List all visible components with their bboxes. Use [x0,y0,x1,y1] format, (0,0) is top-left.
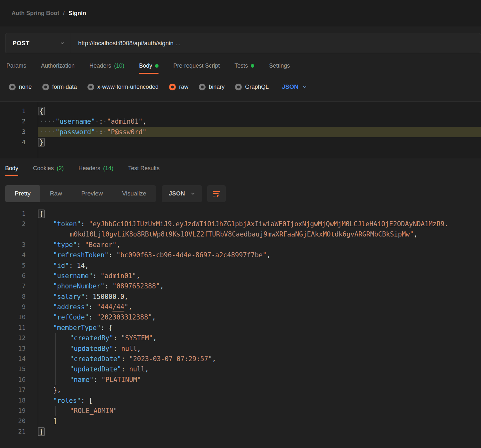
response-language-dropdown[interactable]: JSON [162,185,202,202]
radio-form-data[interactable]: form-data [42,84,77,90]
indent-guide [55,344,56,354]
code-token: : [113,345,121,353]
code-content[interactable]: ····"username"·:·"admin01", [38,116,481,127]
tab-response-headers[interactable]: Headers(14) [78,158,113,179]
line-number: 6 [0,271,38,281]
code-content[interactable]: { [38,106,481,116]
code-token: "token" [53,220,81,228]
view-visualize[interactable]: Visualize [112,185,156,202]
tab-label: Test Results [128,165,159,172]
tab-body[interactable]: Body [139,53,159,78]
code-line[interactable]: 2····"username"·:·"admin01", [0,116,481,127]
code-token: { [38,107,45,115]
view-label: Visualize [122,190,146,197]
code-line: 12"createdBy": "SYSTEM", [0,333,481,343]
radio-graphql[interactable]: GraphQL [235,84,269,90]
line-number [0,229,38,239]
radio-none[interactable]: none [9,84,32,90]
url-ellipsis: ... [175,40,181,46]
code-content[interactable]: ····"password"·:·"P@ssw0rd" [38,127,481,137]
code-token: : [99,118,103,125]
line-number: 4 [0,137,38,147]
body-language-dropdown[interactable]: JSON [282,83,307,90]
code-token: : [69,262,77,270]
code-token: , [124,293,128,301]
breadcrumb: Auth Spring Boot / Signin [12,10,86,17]
code-token: "type" [53,241,77,249]
code-token: : [89,303,97,311]
response-view-switcher: Pretty Raw Preview Visualize [5,185,156,202]
code-token: "refreshToken" [53,251,109,259]
code-token: ] [53,417,57,425]
language-label: JSON [169,190,185,197]
radio-x-www-form-urlencoded[interactable]: x-www-form-urlencoded [87,84,159,90]
code-line[interactable]: 3····"password"·:·"P@ssw0rd" [0,127,481,137]
code-line: 10"refCode": "202303312388", [0,312,481,322]
tab-authorization[interactable]: Authorization [41,53,75,78]
indent-guide [55,364,56,374]
tab-pre-request-script[interactable]: Pre-request Script [173,53,220,78]
view-pretty[interactable]: Pretty [5,185,40,202]
method-label: POST [12,40,29,47]
code-token: : [99,128,103,136]
tab-count: (14) [103,165,113,172]
tab-settings[interactable]: Settings [269,53,290,78]
code-line[interactable]: 4} [0,137,481,147]
code-line: 19"ROLE_ADMIN" [0,406,481,416]
line-number: 16 [0,375,38,385]
radio-binary[interactable]: binary [199,84,224,90]
response-toolbar: Pretty Raw Preview Visualize JSON [5,185,481,202]
tab-params[interactable]: Params [6,53,26,78]
breadcrumb-collection[interactable]: Auth Spring Boot [12,10,59,17]
code-token: , [153,334,157,342]
tab-count: (10) [114,62,124,69]
code-line: 3"type": "Bearer", [0,240,481,250]
code-content: ] [38,416,481,426]
code-token: , [152,313,156,321]
code-line: m0kd10Ljl0gvLiK8o8RBtWp8t9Ks1OVLZ2fTURbV… [0,229,481,239]
code-token: "username" [55,118,95,125]
chevron-down-icon [60,41,65,46]
code-token: : [104,282,112,290]
language-label: JSON [282,83,298,90]
tab-test-results[interactable]: Test Results [128,158,159,179]
code-token: : [77,241,85,249]
line-number: 5 [0,261,38,271]
code-content: m0kd10Ljl0gvLiK8o8RBtWp8t9Ks1OVLZ2fTURbV… [38,229,481,239]
code-content[interactable]: } [38,137,481,147]
code-line[interactable]: 1{ [0,106,481,116]
view-raw[interactable]: Raw [40,185,72,202]
breadcrumb-separator: / [63,10,65,17]
tab-cookies[interactable]: Cookies(2) [33,158,64,179]
radio-raw[interactable]: raw [169,84,188,90]
line-number: 14 [0,354,38,364]
code-token: : [85,293,93,301]
method-dropdown[interactable]: POST [5,33,71,53]
word-wrap-icon [212,189,221,198]
tab-headers[interactable]: Headers(10) [89,53,124,78]
url-input[interactable]: http://localhost:8008/api/auth/signin... [71,40,181,47]
request-body-editor[interactable]: 1{2····"username"·:·"admin01",3····"pass… [0,101,481,158]
indent-guide [55,354,56,364]
word-wrap-button[interactable] [207,185,226,202]
radio-label: binary [209,84,224,90]
code-token: /44 [112,303,124,311]
code-token: , [136,272,140,280]
code-line: 18"roles": [ [0,395,481,406]
line-number: 12 [0,333,38,343]
code-line: 6"username": "admin01", [0,271,481,281]
code-token: "eyJhbGciOiJIUzUxMiJ9.eyJzdWIiOiJhZG1pbj… [89,220,448,228]
tests-status-dot [251,64,254,68]
code-token: : [ [81,397,93,404]
code-content: "createdBy": "SYSTEM", [38,333,481,343]
code-token: }, [53,386,61,394]
tab-tests[interactable]: Tests [234,53,254,78]
code-token: , [137,345,141,353]
view-preview[interactable]: Preview [72,185,113,202]
code-token: ···· [40,118,55,125]
tab-response-body[interactable]: Body [5,158,18,179]
code-token: "admin01" [101,272,136,280]
radio-icon [9,84,16,90]
line-number: 11 [0,323,38,333]
code-token: "password" [55,128,95,136]
